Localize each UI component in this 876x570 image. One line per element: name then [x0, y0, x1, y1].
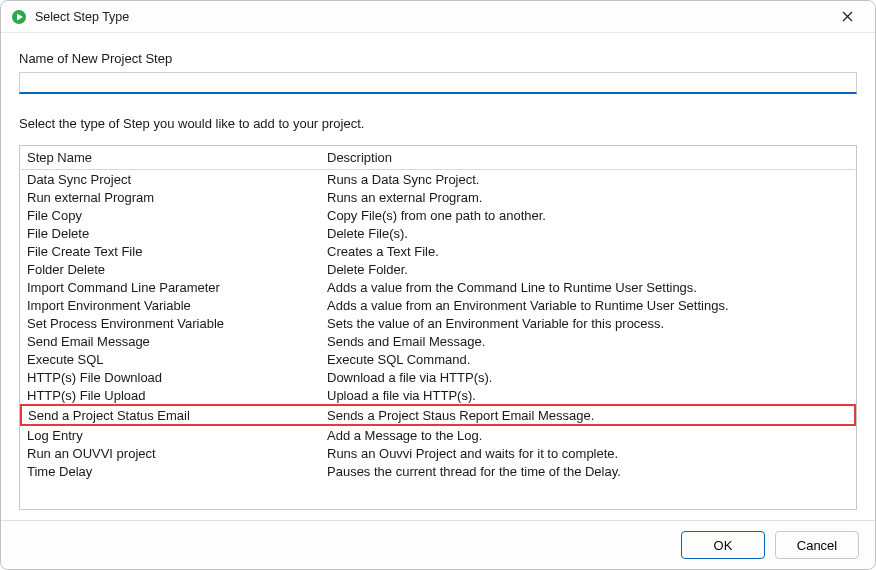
cell-description: Runs a Data Sync Project. [321, 170, 855, 189]
cell-description: Runs an Ouvvi Project and waits for it t… [321, 444, 855, 462]
cell-description: Copy File(s) from one path to another. [321, 206, 855, 224]
step-type-table: Step Name Description Data Sync ProjectR… [19, 145, 857, 510]
cell-description: Add a Message to the Log. [321, 425, 855, 444]
cell-step-name: Run an OUVVI project [21, 444, 321, 462]
app-play-icon [11, 9, 27, 25]
cell-step-name: Import Command Line Parameter [21, 278, 321, 296]
col-description[interactable]: Description [321, 146, 855, 170]
table-row[interactable]: HTTP(s) File UploadUpload a file via HTT… [21, 386, 855, 405]
cell-step-name: Send a Project Status Email [21, 405, 321, 425]
cell-step-name: Data Sync Project [21, 170, 321, 189]
table-row[interactable]: HTTP(s) File DownloadDownload a file via… [21, 368, 855, 386]
cell-description: Sends a Project Staus Report Email Messa… [321, 405, 855, 425]
dialog-footer: OK Cancel [1, 520, 875, 569]
table-row[interactable]: Execute SQLExecute SQL Command. [21, 350, 855, 368]
window-title: Select Step Type [35, 10, 827, 24]
step-name-label: Name of New Project Step [19, 51, 857, 66]
table-row[interactable]: Set Process Environment VariableSets the… [21, 314, 855, 332]
table-header-row: Step Name Description [21, 146, 855, 170]
cell-description: Runs an external Program. [321, 188, 855, 206]
dialog-window: Select Step Type Name of New Project Ste… [0, 0, 876, 570]
cell-step-name: HTTP(s) File Upload [21, 386, 321, 405]
table-row[interactable]: Data Sync ProjectRuns a Data Sync Projec… [21, 170, 855, 189]
cell-description: Upload a file via HTTP(s). [321, 386, 855, 405]
cell-description: Delete Folder. [321, 260, 855, 278]
cell-description: Sends and Email Message. [321, 332, 855, 350]
titlebar: Select Step Type [1, 1, 875, 33]
col-step-name[interactable]: Step Name [21, 146, 321, 170]
cell-step-name: Execute SQL [21, 350, 321, 368]
dialog-body: Name of New Project Step Select the type… [1, 33, 875, 520]
table-row[interactable]: Send Email MessageSends and Email Messag… [21, 332, 855, 350]
close-button[interactable] [827, 3, 867, 31]
cell-step-name: File Delete [21, 224, 321, 242]
cell-step-name: Run external Program [21, 188, 321, 206]
table-row[interactable]: Time DelayPauses the current thread for … [21, 462, 855, 480]
table-row[interactable]: Send a Project Status EmailSends a Proje… [21, 405, 855, 425]
step-name-input[interactable] [19, 72, 857, 94]
ok-button[interactable]: OK [681, 531, 765, 559]
table-row[interactable]: File DeleteDelete File(s). [21, 224, 855, 242]
table-row[interactable]: Folder DeleteDelete Folder. [21, 260, 855, 278]
cell-step-name: File Copy [21, 206, 321, 224]
table-row[interactable]: Import Environment VariableAdds a value … [21, 296, 855, 314]
table-row[interactable]: Run an OUVVI projectRuns an Ouvvi Projec… [21, 444, 855, 462]
cell-step-name: Import Environment Variable [21, 296, 321, 314]
table-row[interactable]: Log EntryAdd a Message to the Log. [21, 425, 855, 444]
table-row[interactable]: File CopyCopy File(s) from one path to a… [21, 206, 855, 224]
table-row[interactable]: Import Command Line ParameterAdds a valu… [21, 278, 855, 296]
cell-step-name: HTTP(s) File Download [21, 368, 321, 386]
cancel-button[interactable]: Cancel [775, 531, 859, 559]
instruction-text: Select the type of Step you would like t… [19, 116, 857, 131]
cell-step-name: Time Delay [21, 462, 321, 480]
cell-description: Delete File(s). [321, 224, 855, 242]
cell-step-name: File Create Text File [21, 242, 321, 260]
cell-description: Download a file via HTTP(s). [321, 368, 855, 386]
table-row[interactable]: Run external ProgramRuns an external Pro… [21, 188, 855, 206]
cell-step-name: Folder Delete [21, 260, 321, 278]
cell-description: Creates a Text File. [321, 242, 855, 260]
cell-description: Pauses the current thread for the time o… [321, 462, 855, 480]
table-scroll[interactable]: Step Name Description Data Sync ProjectR… [20, 146, 856, 509]
cell-description: Adds a value from an Environment Variabl… [321, 296, 855, 314]
cell-description: Execute SQL Command. [321, 350, 855, 368]
table-row[interactable]: File Create Text FileCreates a Text File… [21, 242, 855, 260]
cell-step-name: Send Email Message [21, 332, 321, 350]
cell-step-name: Set Process Environment Variable [21, 314, 321, 332]
cell-step-name: Log Entry [21, 425, 321, 444]
cell-description: Adds a value from the Command Line to Ru… [321, 278, 855, 296]
cell-description: Sets the value of an Environment Variabl… [321, 314, 855, 332]
